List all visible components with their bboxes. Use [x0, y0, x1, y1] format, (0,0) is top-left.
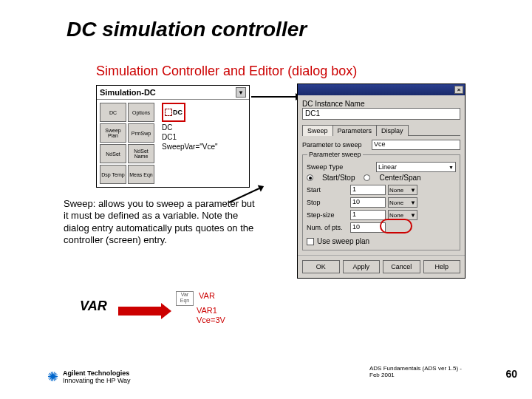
cancel-button[interactable]: Cancel: [383, 260, 420, 273]
step-label: Step-size: [307, 211, 348, 219]
editor-dialog: × DC Instance Name DC1 Sweep Parameters …: [297, 83, 466, 279]
sweep-description: Sweep: allows you to sweep a parameter b…: [64, 198, 256, 246]
radio-start-stop-label: Start/Stop: [322, 174, 355, 182]
palette-header: Simulation-DC ▼: [97, 86, 249, 100]
palette-btn-dc[interactable]: DC: [100, 103, 126, 122]
start-input[interactable]: 1: [350, 185, 386, 195]
dc-controller-icon[interactable]: DC: [162, 103, 185, 122]
palette-btn-sweep-plan[interactable]: Sweep Plan: [100, 123, 126, 143]
footer-right: ADS Fundamentals (ADS ver 1.5) - Feb 200…: [369, 365, 473, 378]
tab-parameters[interactable]: Parameters: [332, 125, 378, 136]
var-line-3: Vce=3V: [197, 316, 225, 324]
start-label: Start: [307, 186, 348, 194]
apply-button[interactable]: Apply: [343, 260, 381, 273]
npts-input[interactable]: 10: [350, 222, 386, 233]
stop-input[interactable]: 10: [350, 197, 386, 208]
step-input[interactable]: 1: [350, 210, 386, 220]
palette-btn-dsp-temp[interactable]: Dsp Temp: [100, 165, 126, 184]
arrow-icon: [251, 96, 296, 98]
palette-btn-options[interactable]: Options: [128, 103, 154, 122]
var-heading: VAR: [80, 299, 107, 314]
param-sweep-input[interactable]: Vce: [372, 140, 460, 150]
var-line-2: VAR1: [197, 306, 217, 315]
help-button[interactable]: Help: [423, 260, 461, 273]
palette-btn-ndset[interactable]: NdSet: [100, 144, 126, 163]
npts-label: Num. of pts.: [307, 224, 348, 231]
use-sweep-plan-label: Use sweep plan: [317, 237, 369, 245]
dc-line-2: DC1: [162, 133, 218, 141]
page-number: 60: [505, 368, 517, 380]
dialog-titlebar: ×: [298, 84, 465, 95]
arrow-icon: [118, 307, 163, 316]
palette-body: DC Sweep Plan NdSet Dsp Temp Options Prm…: [97, 100, 249, 187]
sweep-type-select[interactable]: Linear▼: [376, 162, 456, 172]
footer-logo: ✺ Agilent Technologies Innovating the HP…: [47, 370, 131, 384]
instance-name-input[interactable]: DC1: [302, 108, 460, 120]
tab-sweep[interactable]: Sweep: [302, 125, 333, 136]
close-icon[interactable]: ×: [454, 86, 463, 94]
sweep-type-label: Sweep Type: [307, 163, 373, 171]
palette-window: Simulation-DC ▼ DC Sweep Plan NdSet Dsp …: [96, 85, 250, 188]
var-line-1: VAR: [199, 291, 215, 300]
start-unit-select[interactable]: None▼: [388, 185, 417, 195]
step-unit-select[interactable]: None▼: [388, 210, 417, 220]
stop-unit-select[interactable]: None▼: [388, 197, 417, 208]
var-eqn-icon: Var Eqn: [176, 291, 194, 306]
palette-title: Simulation-DC: [100, 88, 156, 97]
radio-center-span-label: Center/Span: [379, 174, 420, 182]
var-block: Var Eqn VAR VAR1 Vce=3V: [176, 291, 225, 325]
palette-btn-ndset-name[interactable]: NdSet Name: [128, 144, 154, 163]
radio-start-stop[interactable]: [307, 174, 313, 181]
tab-display[interactable]: Display: [376, 125, 409, 136]
slide-subtitle: Simulation Controller and Editor (dialog…: [96, 64, 357, 79]
palette-btn-prmswp[interactable]: PrmSwp: [128, 123, 154, 143]
palette-btn-meas-eqn[interactable]: Meas Eqn: [128, 165, 154, 184]
param-sweep-label: Parameter to sweep: [302, 141, 369, 149]
use-sweep-plan-checkbox[interactable]: [307, 238, 314, 245]
radio-center-span[interactable]: [364, 174, 370, 181]
parameter-sweep-fieldset: Parameter sweep Sweep Type Linear▼ Start…: [302, 154, 460, 250]
dc-controller-icon-group: DC DC DC1 SweepVar="Vce": [162, 103, 218, 184]
fieldset-legend: Parameter sweep: [307, 151, 363, 158]
instance-name-label: DC Instance Name: [302, 100, 460, 108]
dialog-tabs: Sweep Parameters Display: [302, 124, 460, 136]
footer-tagline: Innovating the HP Way: [63, 378, 131, 384]
ok-button[interactable]: OK: [302, 260, 340, 273]
slide-title: DC simulation controller: [66, 18, 307, 41]
dc-line-1: DC: [162, 123, 218, 132]
dc-line-3: SweepVar="Vce": [162, 143, 218, 151]
agilent-spark-icon: ✺: [47, 373, 58, 381]
stop-label: Stop: [307, 199, 348, 206]
palette-dropdown-icon[interactable]: ▼: [236, 87, 246, 98]
